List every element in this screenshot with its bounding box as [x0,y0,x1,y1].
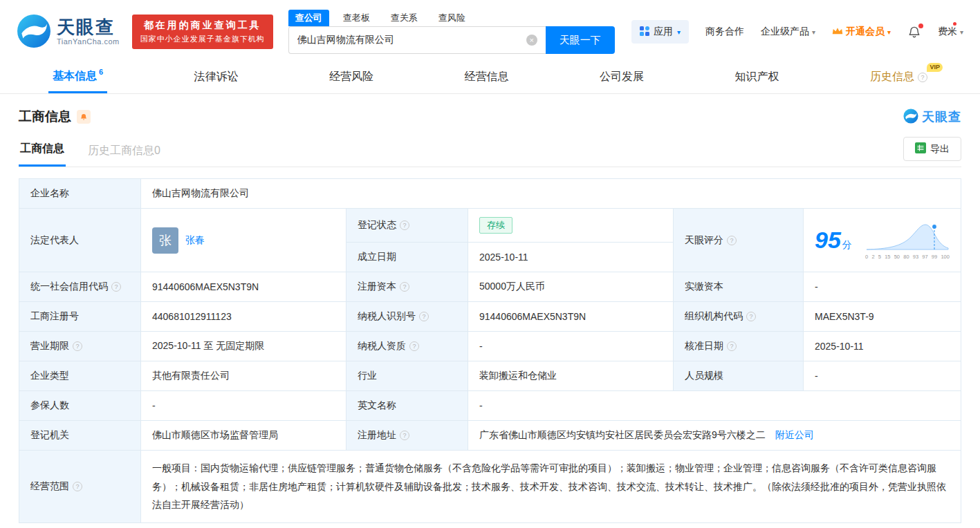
excel-icon [915,142,926,155]
value-business-term: 2025-10-11 至 无固定期限 [141,332,346,361]
label-reg-authority: 登记机关 [19,421,141,451]
apps-grid-icon [640,26,649,38]
score-axis-labels: 02 515 5080 9397 99100 [865,254,950,260]
help-icon[interactable]: ? [918,73,927,82]
value-reg-capital: 50000万人民币 [468,272,674,302]
value-taxpayer-id: 91440606MAEX5N3T9N [468,302,674,332]
value-reg-authority: 佛山市顺德区市场监督管理局 [141,421,346,451]
search-button[interactable]: 天眼一下 [546,26,615,54]
label-reg-status: 登记状态? [346,209,468,243]
nav-business-cooperation[interactable]: 商务合作 [705,26,744,38]
export-label: 导出 [930,143,950,155]
table-row: 经营范围? 一般项目：国内货物运输代理；供应链管理服务；普通货物仓储服务（不含危… [19,451,961,523]
table-row: 参保人数 - 英文名称 - [19,391,961,421]
value-company-name: 佛山吉网物流有限公司 [141,179,961,209]
tab-legal-proceedings[interactable]: 法律诉讼 [190,61,243,93]
subtabs-row: 工商信息 历史工商信息0 导出 [19,137,961,167]
tab-operational-risk[interactable]: 经营风险 [325,61,378,93]
legal-rep-avatar[interactable]: 张 [152,227,178,254]
help-icon[interactable]: ? [727,341,737,351]
value-reg-status: 存续 [468,209,674,243]
table-row: 法定代表人 张 张春 登记状态? 存续 天眼评分? [19,209,961,243]
table-row: 统一社会信用代码? 91440606MAEX5N3T9N 注册资本? 50000… [19,272,961,302]
promo-banner: 都在用的商业查询工具 国家中小企业发展子基金旗下机构 [132,15,273,49]
label-establish-date: 成立日期 [346,243,468,272]
legal-rep-link[interactable]: 张春 [185,234,205,247]
tab-history-info[interactable]: 历史信息 ? VIP [866,61,932,93]
nav-enterprise-products[interactable]: 企业级产品 ▾ [761,26,815,38]
value-credit-code: 91440606MAEX5N3T9N [141,272,346,302]
notification-dot [918,23,923,28]
business-info-table: 企业名称 佛山吉网物流有限公司 法定代表人 张 张春 登记状态? [19,178,961,523]
nearby-companies-link[interactable]: 附近公司 [775,429,814,440]
label-reg-capital: 注册资本? [346,272,468,302]
nav-open-vip[interactable]: 开通会员 ▾ [832,26,891,38]
apps-menu[interactable]: 应用 ▾ [631,20,689,44]
help-icon[interactable]: ? [400,220,409,230]
username: 费米 [938,26,957,38]
label-staff-size: 人员规模 [674,361,804,391]
table-row: 工商注册号 440681012911123 纳税人识别号? 91440606MA… [19,302,961,332]
search-tab-relation[interactable]: 查关系 [384,10,425,26]
search-tab-risk[interactable]: 查风险 [432,10,472,26]
help-icon[interactable]: ? [73,341,82,351]
header: 天眼查 TianYanCha.com 都在用的商业查询工具 国家中小企业发展子基… [0,0,980,61]
label-english-name: 英文名称 [346,391,468,421]
help-icon[interactable]: ? [400,431,409,440]
clear-search-icon[interactable]: × [526,35,537,46]
notifications-bell-icon[interactable] [907,25,921,39]
help-icon[interactable]: ? [419,312,429,321]
tianyancha-logo-icon [903,109,918,126]
search-tab-boss[interactable]: 查老板 [336,10,377,26]
tianyancha-logo[interactable]: 天眼查 TianYanCha.com [17,14,120,50]
subtab-history-business-info[interactable]: 历史工商信息0 [86,144,162,167]
tab-company-development[interactable]: 公司发展 [595,61,648,93]
tab-count-badge: 6 [99,68,103,76]
value-taxpayer-qualification: - [468,332,674,361]
chevron-down-icon: ▾ [812,28,815,36]
help-icon[interactable]: ? [400,282,409,292]
value-company-type: 其他有限责任公司 [141,361,346,391]
search-tabs: 查公司 查老板 查关系 查风险 [288,10,615,26]
help-icon[interactable]: ? [73,482,82,491]
search-tab-company[interactable]: 查公司 [288,10,329,26]
subtab-business-info[interactable]: 工商信息 [19,142,66,167]
label-industry: 行业 [346,361,468,391]
label-score: 天眼评分? [674,209,804,272]
label-business-term: 营业期限? [19,332,141,361]
value-reg-number: 440681012911123 [141,302,346,332]
apps-menu-label: 应用 [654,26,673,38]
promo-line2: 国家中小企业发展子基金旗下机构 [140,34,265,44]
value-english-name: - [468,391,961,421]
export-button[interactable]: 导出 [903,137,961,161]
tab-intellectual-property[interactable]: 知识产权 [730,61,783,93]
help-icon[interactable]: ? [727,236,737,245]
help-icon[interactable]: ? [111,282,121,292]
value-address: 广东省佛山市顺德区均安镇均安社区居民委员会宏安路9号六楼之二 附近公司 [468,421,961,451]
search-input[interactable] [288,26,546,54]
help-icon[interactable]: ? [746,312,756,321]
label-insured-count: 参保人数 [19,391,141,421]
label-approval-date: 核准日期? [674,332,804,361]
value-score[interactable]: 95分 02 515 [804,209,961,272]
value-staff-size: - [804,361,961,391]
label-company-type: 企业类型 [19,361,141,391]
label-business-scope: 经营范围? [19,451,141,523]
subtab-count: 0 [154,144,160,156]
tab-business-info[interactable]: 经营信息 [461,61,513,93]
user-notification-dot [953,22,956,26]
subscribe-bell-icon[interactable] [77,110,91,124]
user-menu[interactable]: 费米 ▾ [938,26,963,38]
value-org-code: MAEX5N3T-9 [804,302,961,332]
status-badge: 存续 [479,217,512,234]
watermark-logo: 天眼查 [903,109,961,126]
table-row: 企业类型 其他有限责任公司 行业 装卸搬运和仓储业 人员规模 - [19,361,961,391]
value-industry: 装卸搬运和仓储业 [468,361,674,391]
help-icon[interactable]: ? [409,341,419,351]
chevron-down-icon: ▾ [960,28,963,36]
tab-basic-info[interactable]: 基本信息 6 [48,61,107,93]
brand-name: 天眼查 [57,18,120,37]
promo-line1: 都在用的商业查询工具 [140,19,265,32]
vip-badge: VIP [927,63,943,72]
chevron-down-icon: ▾ [887,28,891,36]
